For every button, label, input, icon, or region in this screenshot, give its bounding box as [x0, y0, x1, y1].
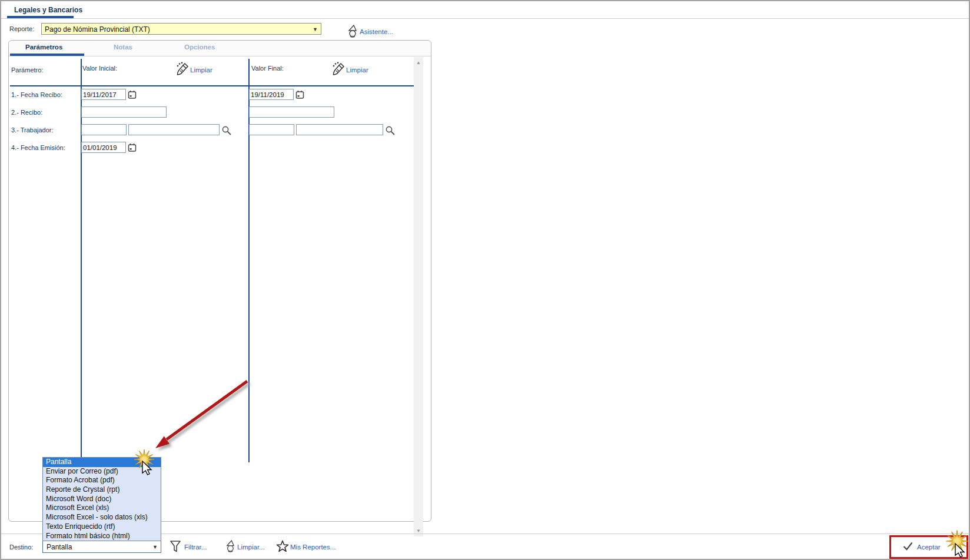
magnifier-icon[interactable]: [221, 125, 232, 136]
star-icon: [276, 540, 289, 552]
fecha-recibo-final-input[interactable]: [249, 89, 294, 100]
param-row-label: 4.- Fecha Emisión:: [11, 144, 65, 151]
chevron-down-icon: ▼: [152, 544, 158, 550]
tab-notas[interactable]: Notas: [114, 44, 132, 51]
column-separator-1: [81, 59, 82, 462]
dropdown-option-pantalla[interactable]: Pantalla: [43, 458, 161, 467]
tab-bar: Parámetros Notas Opciones: [9, 41, 431, 56]
trabajador-final-code-input[interactable]: [249, 124, 294, 135]
parameters-panel: Parámetros Notas Opciones Parámetro: Val…: [8, 40, 431, 522]
tab-parametros[interactable]: Parámetros: [25, 44, 62, 51]
wizard-icon: [224, 539, 236, 553]
filter-link[interactable]: Filtrar...: [184, 544, 207, 551]
dropdown-option-excel-solo-datos[interactable]: Microsoft Excel - solo datos (xls): [43, 513, 161, 522]
report-select-value: Pago de Nómina Provincial (TXT): [45, 25, 150, 34]
param-row-label: 1.- Fecha Recibo:: [11, 91, 62, 98]
destination-select-value: Pantalla: [46, 543, 72, 551]
trabajador-inicial-code-input[interactable]: [81, 124, 127, 135]
dropdown-option-word-doc[interactable]: Microsoft Word (doc): [43, 495, 161, 504]
trabajador-final-name-input[interactable]: [296, 124, 383, 135]
vertical-scrollbar[interactable]: ▲ ▼: [414, 57, 423, 536]
col-header-parametro: Parámetro:: [11, 66, 43, 74]
report-select[interactable]: Pago de Nómina Provincial (TXT) ▼: [41, 23, 321, 35]
fecha-emision-input[interactable]: [81, 142, 126, 153]
recibo-inicial-input[interactable]: [81, 106, 167, 118]
broom-icon: [331, 62, 345, 76]
assistant-link[interactable]: Asistente...: [360, 28, 393, 35]
col-header-valor-final: Valor Final:: [251, 65, 284, 72]
magnifier-icon[interactable]: [385, 125, 396, 136]
funnel-icon: [170, 540, 181, 553]
tab-opciones[interactable]: Opciones: [184, 44, 215, 51]
report-label: Reporte:: [9, 25, 34, 32]
dropdown-option-correo-pdf[interactable]: Enviar por Correo (pdf): [43, 467, 161, 476]
fecha-recibo-inicial-input[interactable]: [81, 89, 126, 100]
limpiar-final-link[interactable]: Limpiar: [346, 66, 368, 74]
calendar-icon[interactable]: [128, 143, 137, 152]
check-icon: [903, 542, 913, 551]
calendar-icon[interactable]: [128, 90, 137, 99]
page-title-underline: [7, 16, 74, 18]
col-header-valor-inicial: Valor Inicial:: [82, 65, 117, 72]
wizard-icon: [346, 25, 358, 38]
limpiar-inicial-link[interactable]: Limpiar: [190, 66, 212, 74]
dropdown-option-acrobat-pdf[interactable]: Formato Acrobat (pdf): [43, 476, 161, 485]
dropdown-option-excel-xls[interactable]: Microsoft Excel (xls): [43, 504, 161, 513]
broom-icon: [175, 62, 189, 76]
table-header-line: [10, 85, 414, 86]
clear-link[interactable]: Limpiar...: [237, 544, 265, 551]
destination-select[interactable]: Pantalla ▼: [42, 541, 161, 553]
dropdown-option-rtf[interactable]: Texto Enriquecido (rtf): [43, 522, 161, 532]
destination-dropdown-list: Pantalla Enviar por Correo (pdf) Formato…: [42, 457, 161, 541]
page-title: Legales y Bancarios: [14, 6, 82, 14]
scroll-up-icon[interactable]: ▲: [414, 60, 423, 65]
header-divider: [1, 18, 969, 19]
dropdown-option-crystal-rpt[interactable]: Reporte de Crystal (rpt): [43, 485, 161, 495]
dropdown-option-html[interactable]: Formato html básico (html): [43, 532, 161, 541]
accept-button[interactable]: Aceptar: [917, 544, 941, 551]
calendar-icon[interactable]: [295, 90, 304, 99]
my-reports-link[interactable]: Mis Reportes...: [290, 544, 335, 551]
param-row-label: 3.- Trabajador:: [11, 126, 54, 134]
report-window: Legales y Bancarios Reporte: Pago de Nóm…: [0, 0, 970, 560]
trabajador-inicial-name-input[interactable]: [128, 124, 220, 135]
recibo-final-input[interactable]: [249, 106, 334, 118]
param-row-label: 2.- Recibo:: [11, 109, 42, 116]
destination-label: Destino:: [9, 544, 33, 551]
chevron-down-icon: ▼: [313, 26, 318, 32]
column-separator-2: [248, 59, 250, 462]
scroll-down-icon[interactable]: ▼: [414, 528, 423, 534]
active-tab-underline: [10, 54, 84, 56]
